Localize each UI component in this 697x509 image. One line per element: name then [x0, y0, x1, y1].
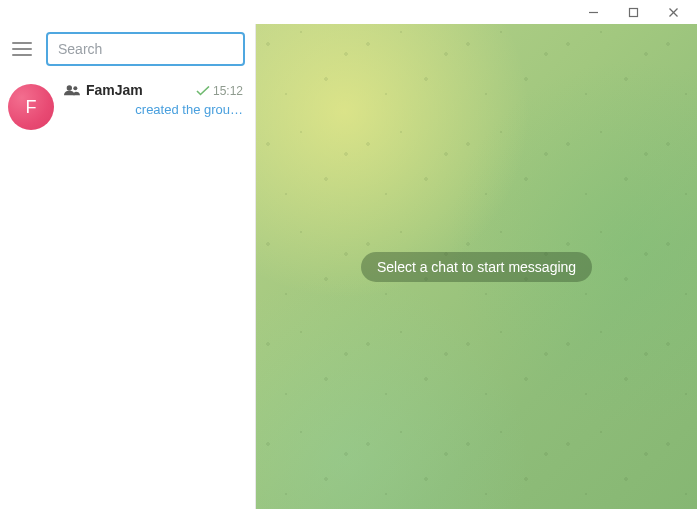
- chat-name: FamJam: [64, 82, 143, 98]
- sidebar-toprow: [0, 24, 255, 74]
- hamburger-icon: [12, 42, 32, 56]
- check-icon: [196, 86, 210, 96]
- svg-point-8: [73, 86, 77, 90]
- chat-list: F FamJam: [0, 74, 255, 509]
- chat-item-header: FamJam 15:12: [64, 82, 243, 98]
- main-panel: Select a chat to start messaging: [256, 24, 697, 509]
- window-minimize-button[interactable]: [573, 0, 613, 24]
- app-root: F FamJam: [0, 24, 697, 509]
- window-maximize-button[interactable]: [613, 0, 653, 24]
- chat-list-item[interactable]: F FamJam: [0, 74, 255, 138]
- chat-name-text: FamJam: [86, 82, 143, 98]
- menu-button[interactable]: [8, 33, 36, 65]
- chat-item-body: FamJam 15:12 created the grou…: [64, 82, 243, 117]
- chat-time-text: 15:12: [213, 84, 243, 98]
- window-titlebar: [0, 0, 697, 24]
- chat-time: 15:12: [196, 84, 243, 98]
- avatar: F: [8, 84, 54, 130]
- empty-state-message: Select a chat to start messaging: [361, 252, 592, 282]
- svg-point-7: [67, 85, 72, 90]
- sidebar: F FamJam: [0, 24, 256, 509]
- avatar-letter: F: [26, 97, 37, 118]
- window-close-button[interactable]: [653, 0, 693, 24]
- search-input[interactable]: [46, 32, 245, 66]
- chat-preview: created the grou…: [64, 102, 243, 117]
- svg-rect-1: [629, 8, 637, 16]
- group-icon: [64, 84, 80, 96]
